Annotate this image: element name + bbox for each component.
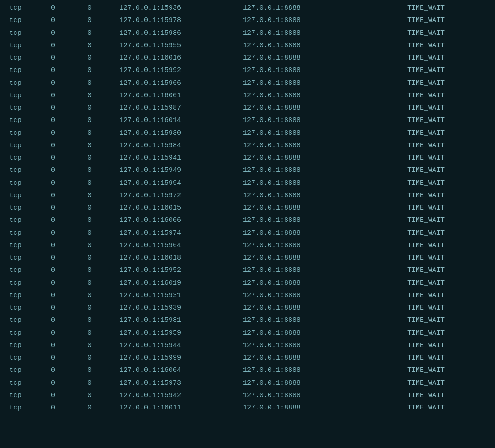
col-state: TIME_WAIT	[362, 353, 454, 363]
col-state: TIME_WAIT	[362, 253, 454, 263]
col-send-q: 0	[69, 115, 105, 126]
col-recv-q: 0	[32, 353, 69, 363]
col-proto: tcp	[0, 103, 32, 113]
col-remote-address: 127.0.0.1:8888	[234, 78, 362, 88]
col-recv-q: 0	[32, 228, 69, 238]
col-local-address: 127.0.0.1:16018	[105, 253, 234, 263]
col-send-q: 0	[69, 165, 105, 176]
col-remote-address: 127.0.0.1:8888	[234, 365, 362, 376]
col-proto: tcp	[0, 128, 32, 138]
table-row: tcp 0 0 127.0.0.1:15941 127.0.0.1:8888 T…	[0, 152, 495, 164]
col-recv-q: 0	[32, 378, 69, 388]
col-local-address: 127.0.0.1:15942	[105, 390, 234, 401]
col-remote-address: 127.0.0.1:8888	[234, 103, 362, 113]
col-local-address: 127.0.0.1:15944	[105, 340, 234, 351]
col-state: TIME_WAIT	[362, 15, 454, 26]
col-proto: tcp	[0, 265, 32, 276]
col-state: TIME_WAIT	[362, 240, 454, 251]
table-row: tcp 0 0 127.0.0.1:15966 127.0.0.1:8888 T…	[0, 77, 495, 89]
col-send-q: 0	[69, 15, 105, 26]
col-send-q: 0	[69, 65, 105, 76]
table-row: tcp 0 0 127.0.0.1:15939 127.0.0.1:8888 T…	[0, 302, 495, 314]
col-recv-q: 0	[32, 403, 69, 413]
col-local-address: 127.0.0.1:16014	[105, 115, 234, 126]
col-state: TIME_WAIT	[362, 140, 454, 151]
col-local-address: 127.0.0.1:15992	[105, 65, 234, 76]
col-state: TIME_WAIT	[362, 365, 454, 376]
col-state: TIME_WAIT	[362, 315, 454, 326]
col-remote-address: 127.0.0.1:8888	[234, 128, 362, 138]
col-state: TIME_WAIT	[362, 103, 454, 113]
col-state: TIME_WAIT	[362, 340, 454, 351]
col-state: TIME_WAIT	[362, 53, 454, 63]
col-local-address: 127.0.0.1:15984	[105, 140, 234, 151]
table-row: tcp 0 0 127.0.0.1:16004 127.0.0.1:8888 T…	[0, 364, 495, 376]
col-send-q: 0	[69, 215, 105, 226]
col-send-q: 0	[69, 228, 105, 238]
col-recv-q: 0	[32, 365, 69, 376]
col-local-address: 127.0.0.1:15978	[105, 15, 234, 26]
col-recv-q: 0	[32, 178, 69, 188]
col-remote-address: 127.0.0.1:8888	[234, 53, 362, 63]
col-proto: tcp	[0, 40, 32, 51]
col-remote-address: 127.0.0.1:8888	[234, 15, 362, 26]
col-state: TIME_WAIT	[362, 3, 454, 13]
col-remote-address: 127.0.0.1:8888	[234, 190, 362, 201]
col-local-address: 127.0.0.1:15936	[105, 3, 234, 13]
col-local-address: 127.0.0.1:16016	[105, 53, 234, 63]
table-row: tcp 0 0 127.0.0.1:15944 127.0.0.1:8888 T…	[0, 339, 495, 352]
col-local-address: 127.0.0.1:16006	[105, 215, 234, 226]
col-remote-address: 127.0.0.1:8888	[234, 3, 362, 13]
col-recv-q: 0	[32, 53, 69, 63]
col-send-q: 0	[69, 28, 105, 39]
col-send-q: 0	[69, 40, 105, 51]
col-proto: tcp	[0, 78, 32, 88]
table-row: tcp 0 0 127.0.0.1:15930 127.0.0.1:8888 T…	[0, 127, 495, 139]
col-local-address: 127.0.0.1:15941	[105, 153, 234, 163]
col-state: TIME_WAIT	[362, 153, 454, 163]
table-row: tcp 0 0 127.0.0.1:15981 127.0.0.1:8888 T…	[0, 314, 495, 326]
col-remote-address: 127.0.0.1:8888	[234, 178, 362, 188]
col-send-q: 0	[69, 278, 105, 288]
col-remote-address: 127.0.0.1:8888	[234, 240, 362, 251]
table-row: tcp 0 0 127.0.0.1:15942 127.0.0.1:8888 T…	[0, 389, 495, 402]
col-remote-address: 127.0.0.1:8888	[234, 253, 362, 263]
col-recv-q: 0	[32, 290, 69, 301]
col-send-q: 0	[69, 178, 105, 188]
table-row: tcp 0 0 127.0.0.1:16006 127.0.0.1:8888 T…	[0, 214, 495, 227]
col-remote-address: 127.0.0.1:8888	[234, 340, 362, 351]
col-state: TIME_WAIT	[362, 278, 454, 288]
col-proto: tcp	[0, 390, 32, 401]
col-proto: tcp	[0, 140, 32, 151]
col-proto: tcp	[0, 65, 32, 76]
col-local-address: 127.0.0.1:16011	[105, 403, 234, 413]
table-row: tcp 0 0 127.0.0.1:15992 127.0.0.1:8888 T…	[0, 64, 495, 77]
col-send-q: 0	[69, 140, 105, 151]
col-send-q: 0	[69, 403, 105, 413]
col-send-q: 0	[69, 315, 105, 326]
col-remote-address: 127.0.0.1:8888	[234, 28, 362, 39]
col-recv-q: 0	[32, 140, 69, 151]
col-send-q: 0	[69, 365, 105, 376]
col-remote-address: 127.0.0.1:8888	[234, 203, 362, 213]
col-local-address: 127.0.0.1:15939	[105, 303, 234, 313]
table-row: tcp 0 0 127.0.0.1:15964 127.0.0.1:8888 T…	[0, 239, 495, 252]
col-local-address: 127.0.0.1:15986	[105, 28, 234, 39]
col-proto: tcp	[0, 165, 32, 176]
col-local-address: 127.0.0.1:15974	[105, 228, 234, 238]
col-send-q: 0	[69, 340, 105, 351]
col-remote-address: 127.0.0.1:8888	[234, 378, 362, 388]
col-state: TIME_WAIT	[362, 265, 454, 276]
col-local-address: 127.0.0.1:15952	[105, 265, 234, 276]
col-recv-q: 0	[32, 90, 69, 101]
col-state: TIME_WAIT	[362, 190, 454, 201]
col-recv-q: 0	[32, 215, 69, 226]
col-send-q: 0	[69, 290, 105, 301]
col-remote-address: 127.0.0.1:8888	[234, 153, 362, 163]
col-state: TIME_WAIT	[362, 90, 454, 101]
col-state: TIME_WAIT	[362, 215, 454, 226]
col-proto: tcp	[0, 215, 32, 226]
col-state: TIME_WAIT	[362, 403, 454, 413]
col-state: TIME_WAIT	[362, 228, 454, 238]
col-send-q: 0	[69, 378, 105, 388]
